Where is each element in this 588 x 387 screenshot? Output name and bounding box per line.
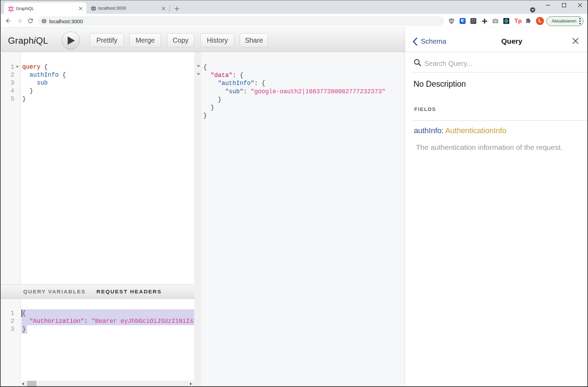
svg-text:UO: UO <box>450 20 453 22</box>
